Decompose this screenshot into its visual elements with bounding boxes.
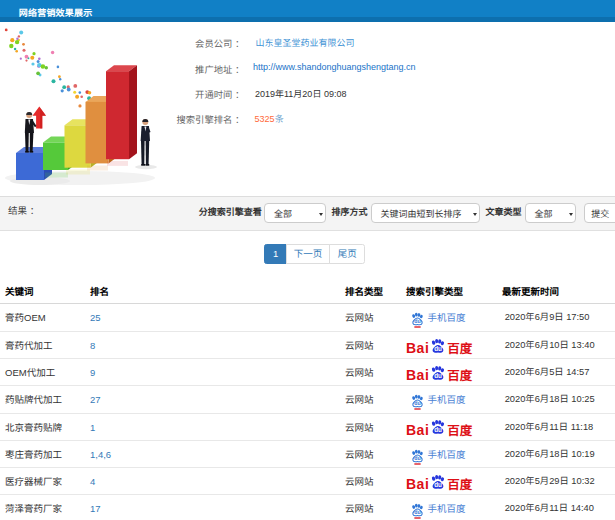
svg-text:du: du xyxy=(434,481,442,488)
svg-text:du: du xyxy=(414,401,420,407)
svg-text:du: du xyxy=(414,318,420,324)
svg-text:du: du xyxy=(434,426,442,433)
svg-text:du: du xyxy=(434,372,442,379)
svg-text:du: du xyxy=(414,510,420,516)
svg-text:du: du xyxy=(434,345,442,352)
svg-text:du: du xyxy=(414,455,420,461)
